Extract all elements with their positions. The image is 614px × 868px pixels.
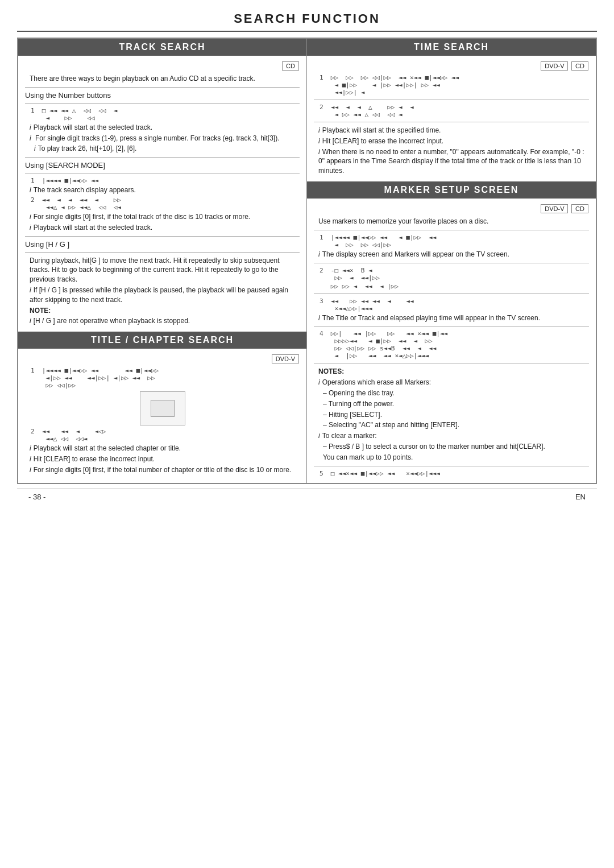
note-tc2: Hit [CLEAR] to erase the incorrect input…: [30, 454, 300, 464]
page-title: SEARCH FUNCTION: [17, 11, 597, 32]
note-sm2: For single digits [0] first, if the tota…: [30, 212, 300, 222]
tc-step1-buttons: 1 |◄◄◄◄ ■|◄◄▷▷ ◄◄ ◄◄ ■|◄◄▷▷ ◄|▷▷ ◄◄ ◄◄|▷…: [31, 367, 300, 389]
left-column: TRACK SEARCH CD There are three ways to …: [18, 39, 307, 483]
note-m1: The display screen and Markers will appe…: [318, 250, 589, 259]
title-chapter-search-section: TITLE / CHAPTER SEARCH DVD-V 1 |◄◄◄◄ ■|◄…: [18, 332, 306, 480]
time-search-header: TIME SEARCH: [307, 39, 596, 56]
para-hg: During playback, hit[G ] to move the nex…: [30, 256, 300, 284]
sub-heading-number-buttons: Using the Number buttons: [25, 91, 300, 100]
lang-label: EN: [575, 493, 586, 501]
note-ts2: Hit [CLEAR] to erase the incorrect input…: [318, 137, 589, 146]
time-search-body: DVD-V CD 1 ▷▷ ▷▷ ▷▷ ◁◁|▷▷ ◄◄ ×◄◄ ■|◄◄▷▷ …: [307, 56, 596, 181]
note-m3-sub1a: – Opening the disc tray.: [323, 388, 589, 398]
note-m2: The Title or Track and elapsed playing t…: [318, 313, 589, 323]
note-sm1: The track search display appears.: [30, 185, 300, 195]
two-column-layout: TRACK SEARCH CD There are three ways to …: [18, 39, 596, 483]
note-label: NOTE:: [30, 306, 300, 316]
marker-step3-buttons: 3 ◄◄ ▷▷ ◄◄ ◄◄ ◄ ◄◄ ×◄◄△▷▷|◄◄◄: [320, 297, 589, 312]
track-search-intro: There are three ways to begin playback o…: [30, 74, 300, 84]
dvd-v-badge: DVD-V: [272, 354, 299, 363]
bottom-bar: - 38 - EN: [17, 489, 597, 505]
note-m3-sub2a: – Press$ / B ] to select a cursor on to …: [323, 442, 589, 452]
note-tc3: For single digits [0] first, if the tota…: [30, 465, 300, 475]
tc-step2-buttons: 2 ◄◄ ◄◄ ◄ ◄◁▷ ◄◄△ ◁◁ ◁◁◄: [31, 428, 300, 443]
note-hg1: If [H / G ] is pressed while the playbac…: [30, 286, 300, 305]
title-chapter-search-header: TITLE / CHAPTER SEARCH: [18, 332, 306, 349]
title-chapter-badges: DVD-V: [25, 353, 300, 365]
note-hg2: [H / G ] are not operative when playback…: [30, 316, 300, 326]
note-m3-sub1b: – Turning off the power.: [323, 399, 589, 409]
track-search-section: TRACK SEARCH CD There are three ways to …: [18, 39, 306, 332]
remote-image: [140, 391, 185, 425]
notes-label: NOTES:: [318, 367, 589, 377]
marker-step5-buttons: 5 □ ◄◄×◄◄ ■|◄◄▷▷ ◄◄ ×◄◄▷▷|◄◄◄: [320, 470, 589, 477]
track-search-header: TRACK SEARCH: [18, 39, 306, 56]
cd-badge: CD: [282, 61, 299, 71]
note-m3b: To clear a marker:: [318, 431, 589, 441]
note-t2: For single digit tracks (1-9), press a s…: [30, 134, 300, 143]
marker-intro: Use markers to memorize your favorite pl…: [318, 217, 589, 226]
cd-badge-time: CD: [571, 61, 588, 71]
track-search-badges: CD: [25, 60, 300, 72]
note-m3-sub1d: – Selecting "AC" at step and hitting [EN…: [323, 420, 589, 430]
main-content: TRACK SEARCH CD There are three ways to …: [17, 38, 597, 484]
note-t1: Playback will start at the selected trac…: [30, 123, 300, 133]
step2b-buttons: 2 ◄◄ ◄ ◄ ◄◄ ◄ ▷▷ ◄◄△ ◄ ▷▷ ◄◄△ ◁◁ ◁◄: [31, 196, 300, 211]
page-number: - 38 -: [28, 493, 45, 501]
note-m3a: Operations which erase all Markers:: [318, 378, 589, 387]
marker-step2b-buttons: ▷▷ ▷▷ ◄ ◄◄ ◄ |▷▷: [320, 283, 589, 290]
marker-step1-buttons: 1 |◄◄◄◄ ■|◄◄▷▷ ◄◄ ◄ ■|▷▷ ◄◄ ◄ ▷▷ ▷▷ ◁◁|▷…: [320, 234, 589, 249]
track-search-body: CD There are three ways to begin playbac…: [18, 56, 306, 332]
cd-badge-marker: CD: [571, 204, 588, 213]
note-t3: To play track 26, hit[+10], [2], [6].: [34, 144, 300, 154]
right-column: TIME SEARCH DVD-V CD 1 ▷▷ ▷▷ ▷▷ ◁◁|▷▷ ◄◄…: [307, 39, 596, 483]
time-search-badges: DVD-V CD: [314, 60, 589, 72]
dvd-v-badge-marker: DVD-V: [541, 204, 568, 213]
sub-heading-hg: Using [H / G ]: [25, 240, 300, 249]
time-search-section: TIME SEARCH DVD-V CD 1 ▷▷ ▷▷ ▷▷ ◁◁|▷▷ ◄◄…: [307, 39, 596, 181]
marker-badges: DVD-V CD: [314, 203, 589, 214]
marker-step2-buttons: 2 -□ ◄◄× B ◄ ▷▷ ◄ ◄◄|▷▷: [320, 267, 589, 282]
note-ts3: When there is no need to enter a number,…: [318, 147, 589, 176]
note-sm3: Playback will start at the selected trac…: [30, 223, 300, 233]
marker-setup-section: MARKER SETUP SCREEN DVD-V CD Use markers…: [307, 181, 596, 483]
time-step1-buttons: 1 ▷▷ ▷▷ ▷▷ ◁◁|▷▷ ◄◄ ×◄◄ ■|◄◄▷▷ ◄◄ ◄ ■|▷▷…: [320, 74, 589, 96]
time-step2-buttons: 2 ◄◄ ◄ ◄ △ ▷▷ ◄ ◄ ◄ ▷▷ ◄◄ △ ◁◁ ◁◁ ◄: [320, 104, 589, 118]
sub-heading-search-mode: Using [SEARCH MODE]: [25, 161, 300, 170]
note-tc1: Playback will start at the selected chap…: [30, 444, 300, 453]
marker-setup-header: MARKER SETUP SCREEN: [307, 181, 596, 199]
note-ts1: Playback will start at the specified tim…: [318, 126, 589, 135]
marker-step4-buttons: 4 ▷▷| ◄◄ |▷▷ ▷▷ ◄◄ ×◄◄ ■|◄◄ ▷▷▷▷◄◄ ◄ ■|▷…: [320, 330, 589, 359]
step1-buttons: 1 □ ◄◄ ◄◄ △ ◁◁ ◁◁ ◄ ◄ ▷▷ ◁◁: [31, 107, 300, 122]
note-m3-sub1c: – Hitting [SELECT].: [323, 410, 589, 420]
note-m3-sub2b: You can mark up to 10 points.: [323, 453, 589, 462]
marker-setup-body: DVD-V CD Use markers to memorize your fa…: [307, 199, 596, 483]
step2-buttons: 1 |◄◄◄◄ ■|◄◄▷▷ ◄◄: [31, 177, 300, 184]
dvd-v-badge-time: DVD-V: [541, 61, 568, 71]
title-chapter-search-body: DVD-V 1 |◄◄◄◄ ■|◄◄▷▷ ◄◄ ◄◄ ■|◄◄▷▷ ◄|▷▷ ◄…: [18, 349, 306, 480]
